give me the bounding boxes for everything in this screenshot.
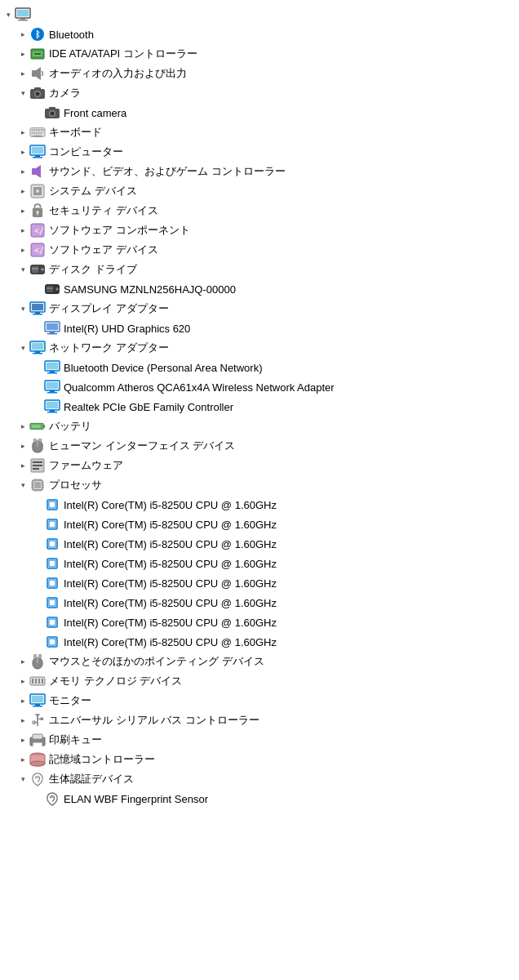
label-display: ディスプレイ アダプター — [49, 301, 519, 316]
svg-rect-79 — [43, 425, 45, 428]
svg-rect-19 — [33, 129, 35, 131]
tree-item-cpu2[interactable]: Intel(R) Core(TM) i5-8250U CPU @ 1.60GHz — [0, 514, 519, 534]
chevron-software-comp[interactable] — [16, 224, 29, 237]
tree-item-bluetooth[interactable]: ᛒBluetooth — [0, 24, 519, 44]
svg-rect-104 — [49, 501, 55, 508]
root-chevron[interactable] — [2, 8, 15, 21]
chevron-biometric[interactable] — [16, 773, 29, 786]
chevron-disk[interactable] — [16, 263, 29, 276]
tree-item-system-dev[interactable]: システム デバイス — [0, 181, 519, 201]
tree-item-usb[interactable]: ユニバーサル シリアル バス コントローラー — [0, 710, 519, 730]
tree-item-display[interactable]: ディスプレイ アダプター — [0, 299, 519, 318]
tree-item-memory[interactable]: メモリ テクノロジ デバイス — [0, 671, 519, 691]
tree-item-monitor[interactable]: モニター — [0, 691, 519, 710]
chevron-battery[interactable] — [16, 420, 29, 433]
tree-item-security[interactable]: セキュリティ デバイス — [0, 201, 519, 220]
tree-item-cpu3[interactable]: Intel(R) Core(TM) i5-8250U CPU @ 1.60GHz — [0, 534, 519, 554]
svg-rect-116 — [49, 619, 55, 626]
chevron-hid[interactable] — [16, 439, 29, 452]
svg-rect-61 — [47, 333, 57, 335]
svg-rect-118 — [49, 639, 55, 645]
mouse-icon — [29, 653, 46, 670]
tree-item-camera[interactable]: カメラ — [0, 83, 519, 103]
svg-rect-129 — [32, 696, 43, 702]
tree-item-cpu8[interactable]: Intel(R) Core(TM) i5-8250U CPU @ 1.60GHz — [0, 632, 519, 652]
chevron-ide[interactable] — [16, 47, 29, 60]
tree-item-fingerprint[interactable]: ELAN WBF Fingerprint Sensor — [0, 789, 519, 808]
chevron-network[interactable] — [16, 341, 29, 354]
tree-item-biometric[interactable]: 生体認証デバイス — [0, 769, 519, 789]
svg-rect-140 — [33, 742, 42, 746]
label-cpu5: Intel(R) Core(TM) i5-8250U CPU @ 1.60GHz — [64, 577, 519, 590]
tree-item-intel-uhd[interactable]: Intel(R) UHD Graphics 620 — [0, 318, 519, 338]
tree-item-processor[interactable]: プロセッサ — [0, 475, 519, 495]
tree-item-front-camera[interactable]: Front camera — [0, 103, 519, 122]
chevron-processor[interactable] — [16, 479, 29, 492]
tree-item-qualcomm[interactable]: Qualcomm Atheros QCA61x4A Wireless Netwo… — [0, 377, 519, 397]
chevron-display[interactable] — [16, 302, 29, 315]
chevron-keyboard[interactable] — [16, 126, 29, 139]
svg-rect-18 — [32, 129, 33, 131]
svg-point-11 — [36, 92, 40, 96]
tree-item-audio[interactable]: オーディオの入力および出力 — [0, 64, 519, 83]
tree-item-cpu4[interactable]: Intel(R) Core(TM) i5-8250U CPU @ 1.60GHz — [0, 554, 519, 573]
hid-icon — [29, 438, 46, 454]
cpu-icon — [44, 575, 60, 591]
camera-icon — [29, 85, 46, 101]
chevron-mouse[interactable] — [16, 655, 29, 668]
cpu-icon — [44, 555, 60, 572]
chevron-sound[interactable] — [16, 165, 29, 178]
label-firmware: ファームウェア — [49, 458, 519, 473]
processor-icon — [29, 477, 46, 493]
chevron-security[interactable] — [16, 204, 29, 217]
tree-item-mouse[interactable]: マウスとそのほかのポインティング デバイス — [0, 652, 519, 671]
svg-rect-83 — [33, 439, 37, 442]
tree-item-disk[interactable]: ディスク ドライブ — [0, 260, 519, 279]
tree-item-firmware[interactable]: ファームウェア — [0, 456, 519, 475]
tree-item-battery[interactable]: バッテリ — [0, 416, 519, 436]
chevron-usb[interactable] — [16, 714, 29, 727]
chevron-storage-ctrl[interactable] — [16, 753, 29, 766]
chevron-firmware[interactable] — [16, 459, 29, 472]
tree-item-cpu1[interactable]: Intel(R) Core(TM) i5-8250U CPU @ 1.60GHz — [0, 495, 519, 514]
tree-item-storage-ctrl[interactable]: 記憶域コントローラー — [0, 750, 519, 769]
chevron-system-dev[interactable] — [16, 185, 29, 198]
svg-rect-1 — [17, 10, 29, 16]
tree-item-cpu5[interactable]: Intel(R) Core(TM) i5-8250U CPU @ 1.60GHz — [0, 573, 519, 593]
chevron-print[interactable] — [16, 733, 29, 746]
label-software-dev: ソフトウェア デバイス — [49, 243, 519, 257]
label-bluetooth: Bluetooth — [49, 29, 519, 41]
svg-rect-121 — [33, 654, 37, 658]
tree-item-cpu7[interactable]: Intel(R) Core(TM) i5-8250U CPU @ 1.60GHz — [0, 612, 519, 632]
chevron-monitor[interactable] — [16, 694, 29, 707]
software-icon: </> — [29, 242, 46, 258]
svg-rect-12 — [34, 87, 41, 90]
tree-item-hid[interactable]: ヒューマン インターフェイス デバイス — [0, 436, 519, 456]
svg-rect-131 — [33, 706, 42, 707]
label-sound: サウンド、ビデオ、およびゲーム コントローラー — [49, 164, 519, 179]
tree-item-samsung[interactable]: SAMSUNG MZNLN256HAJQ-00000 — [0, 279, 519, 299]
tree-item-software-dev[interactable]: </>ソフトウェア デバイス — [0, 240, 519, 260]
tree-item-cpu6[interactable]: Intel(R) Core(TM) i5-8250U CPU @ 1.60GHz — [0, 593, 519, 612]
tree-item-print[interactable]: 印刷キュー — [0, 730, 519, 750]
chevron-bluetooth[interactable] — [16, 28, 29, 41]
tree-item-realtek[interactable]: Realtek PCIe GbE Family Controller — [0, 397, 519, 416]
display-item-icon — [44, 320, 60, 336]
root-node[interactable] — [0, 5, 519, 24]
tree-item-keyboard[interactable]: キーボード — [0, 122, 519, 142]
tree-item-ide[interactable]: IDE ATA/ATAPI コントローラー — [0, 44, 519, 64]
label-qualcomm: Qualcomm Atheros QCA61x4A Wireless Netwo… — [64, 381, 519, 394]
label-software-comp: ソフトウェア コンポーネント — [49, 223, 519, 238]
chevron-software-dev[interactable] — [16, 243, 29, 256]
chevron-camera[interactable] — [16, 87, 29, 100]
tree-item-network[interactable]: ネットワーク アダプター — [0, 338, 519, 358]
chevron-audio[interactable] — [16, 67, 29, 80]
chevron-computer[interactable] — [16, 145, 29, 158]
label-battery: バッテリ — [49, 419, 519, 434]
chevron-memory[interactable] — [16, 675, 29, 688]
tree-item-sound[interactable]: サウンド、ビデオ、およびゲーム コントローラー — [0, 162, 519, 181]
disk-item-icon — [44, 281, 60, 297]
tree-item-software-comp[interactable]: </>ソフトウェア コンポーネント — [0, 220, 519, 240]
tree-item-bt-device[interactable]: Bluetooth Device (Personal Area Network) — [0, 358, 519, 377]
tree-item-computer[interactable]: コンピューター — [0, 142, 519, 162]
